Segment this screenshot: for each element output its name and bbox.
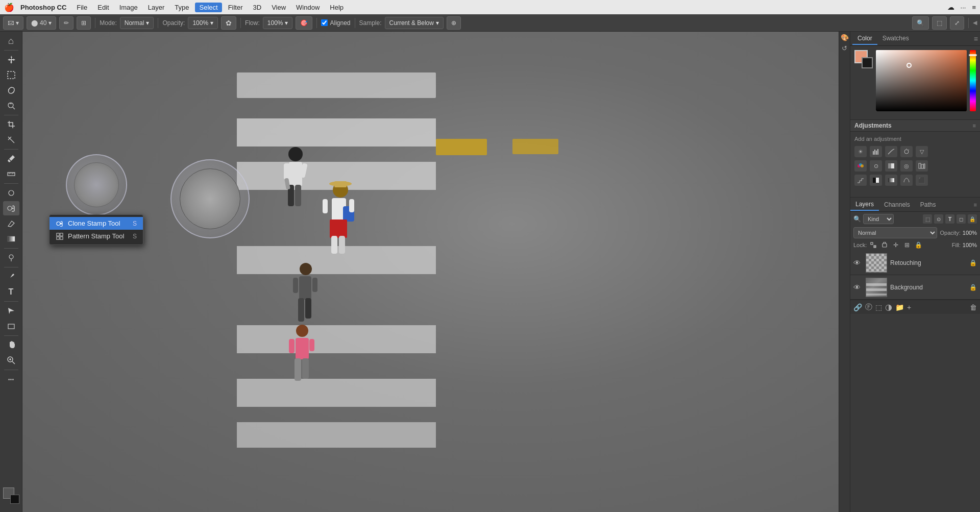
lock-image-btn[interactable]: [880, 240, 889, 250]
dodge-tool[interactable]: [3, 251, 19, 265]
paths-tab[interactable]: Paths: [915, 199, 941, 210]
hand-tool[interactable]: [3, 338, 19, 352]
fill-value[interactable]: 100%: [963, 242, 977, 248]
color-panel-collapse[interactable]: ≡: [974, 35, 978, 43]
sample-dropdown[interactable]: Current & Below ▾: [385, 17, 444, 29]
aligned-check[interactable]: [321, 19, 328, 26]
creative-cloud-icon[interactable]: ☁: [947, 3, 954, 11]
layer-visibility-background[interactable]: 👁: [853, 283, 863, 291]
layer-lock-background[interactable]: 🔒: [969, 284, 977, 291]
opacity-dropdown[interactable]: 100% ▾: [188, 17, 218, 29]
color-tab[interactable]: Color: [852, 33, 877, 45]
color-picker-handle[interactable]: [906, 63, 912, 68]
apple-menu[interactable]: 🍎: [4, 3, 14, 12]
filter-shape-icon[interactable]: ◻: [957, 214, 966, 224]
mode-dropdown[interactable]: Normal ▾: [120, 17, 154, 29]
menu-view[interactable]: View: [267, 3, 290, 12]
zoom-tool[interactable]: [3, 353, 19, 368]
home-tool[interactable]: ⌂: [3, 34, 19, 48]
layer-visibility-retouching[interactable]: 👁: [853, 259, 863, 267]
filter-type-icon[interactable]: T: [945, 214, 954, 224]
path-select-tool[interactable]: [3, 304, 19, 318]
sample-icon-btn[interactable]: ⊕: [447, 16, 461, 30]
menu-help[interactable]: Help: [326, 3, 348, 12]
adj-brightness-icon[interactable]: ☀: [854, 146, 867, 157]
layer-retouching[interactable]: 👁 Retouching 🔒: [850, 251, 980, 275]
blend-mode-select[interactable]: Normal Multiply Screen Overlay: [853, 227, 937, 238]
arrange-btn[interactable]: ⬚: [932, 16, 947, 30]
layer-kind-select[interactable]: Kind Name Effect: [863, 214, 894, 224]
filter-pixel-icon[interactable]: ⬚: [923, 214, 932, 224]
lock-artboard-btn[interactable]: ⊞: [902, 240, 912, 250]
lock-position-btn[interactable]: ✛: [891, 240, 900, 250]
aligned-checkbox[interactable]: Aligned: [321, 19, 350, 27]
layers-tab[interactable]: Layers: [850, 199, 879, 211]
spot-heal-tool[interactable]: [3, 186, 19, 200]
filter-adjust-icon[interactable]: ⊙: [934, 214, 943, 224]
adj-levels-icon[interactable]: [870, 146, 882, 157]
ruler-tool[interactable]: [3, 167, 19, 181]
adj-threshold-icon[interactable]: [870, 175, 882, 186]
more-tools-btn[interactable]: •••: [3, 372, 19, 386]
menu-select[interactable]: Select: [195, 3, 222, 12]
brush-hardness-btn[interactable]: ✏: [59, 16, 74, 30]
background-color[interactable]: [862, 57, 873, 68]
move-tool[interactable]: [3, 53, 19, 67]
adj-posterize-icon[interactable]: [854, 175, 867, 186]
eyedropper-tool[interactable]: [3, 152, 19, 166]
menu-image[interactable]: Image: [115, 3, 142, 12]
tool-icon-btn[interactable]: 🖂 ▾: [3, 16, 23, 30]
clone-stamp-tool[interactable]: [3, 201, 19, 215]
brush-preset-btn[interactable]: ⊞: [77, 16, 91, 30]
adj-exposure-icon[interactable]: [900, 146, 913, 157]
delete-layer-btn[interactable]: 🗑: [970, 303, 977, 311]
filter-smart-icon[interactable]: 🔒: [968, 214, 977, 224]
adj-solid-fill-icon[interactable]: ⬛: [916, 175, 928, 186]
link-layers-btn[interactable]: 🔗: [853, 303, 862, 311]
layer-background[interactable]: 👁 Background 🔒: [850, 275, 980, 300]
adj-gradient-map-icon[interactable]: [885, 175, 897, 186]
adj-vibrance-icon[interactable]: ▽: [916, 146, 928, 157]
lock-all-btn[interactable]: 🔒: [914, 240, 923, 250]
layer-style-btn[interactable]: Ⓕ: [865, 303, 872, 312]
history-icon[interactable]: ↺: [842, 44, 847, 52]
lock-transparent-btn[interactable]: [869, 240, 878, 250]
hue-indicator[interactable]: [969, 54, 977, 56]
more-options-icon[interactable]: ···: [961, 4, 966, 11]
layers-panel-collapse[interactable]: ≡: [971, 202, 980, 208]
adj-colorbalance-icon[interactable]: ⊙: [870, 160, 882, 172]
menu-file[interactable]: File: [72, 3, 91, 12]
new-layer-btn[interactable]: +: [907, 303, 911, 311]
new-group-btn[interactable]: 📁: [895, 303, 904, 311]
slice-tool[interactable]: [3, 133, 19, 147]
channels-tab[interactable]: Channels: [879, 199, 915, 210]
adjustments-collapse[interactable]: ≡: [973, 123, 976, 129]
text-tool[interactable]: T: [3, 285, 19, 299]
adj-photofilter-icon[interactable]: ◎: [900, 160, 913, 172]
lasso-tool[interactable]: [3, 83, 19, 97]
adjustments-header[interactable]: Adjustments ≡: [850, 120, 980, 132]
color-saturation-box[interactable]: [876, 50, 967, 111]
add-mask-btn[interactable]: ⬚: [875, 303, 882, 311]
airbrush-btn[interactable]: ✿: [221, 16, 236, 30]
shape-tool[interactable]: [3, 319, 19, 333]
panel-icon[interactable]: ≡: [972, 4, 976, 11]
flow-dropdown[interactable]: 100% ▾: [263, 17, 293, 29]
pattern-stamp-tool-menu-item[interactable]: Pattern Stamp Tool S: [50, 230, 143, 242]
menu-type[interactable]: Type: [170, 3, 193, 12]
adj-curves-icon[interactable]: [885, 146, 897, 157]
brush-size-btn[interactable]: ⬤ 40 ▾: [27, 16, 56, 30]
adj-bw-icon[interactable]: [885, 160, 897, 172]
adj-selective-color-icon[interactable]: [900, 175, 913, 186]
adj-channelmixer-icon[interactable]: [916, 160, 928, 172]
adj-hsl-icon[interactable]: [854, 160, 867, 172]
collapse-panels[interactable]: ◀: [973, 19, 977, 26]
menu-filter[interactable]: Filter: [224, 3, 247, 12]
menu-layer[interactable]: Layer: [144, 3, 169, 12]
clone-stamp-tool-menu-item[interactable]: Clone Stamp Tool S: [50, 217, 143, 230]
search-btn[interactable]: 🔍: [912, 16, 929, 30]
maximize-btn[interactable]: ⤢: [950, 16, 964, 30]
hue-strip[interactable]: [970, 50, 976, 111]
bg-color-swatch[interactable]: [10, 495, 19, 504]
swatches-tab[interactable]: Swatches: [877, 33, 914, 45]
